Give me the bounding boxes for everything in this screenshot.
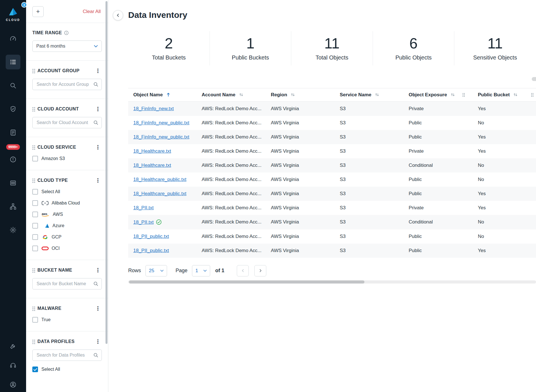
sort-both-icon[interactable] bbox=[291, 93, 295, 97]
kebab-menu-icon[interactable]: ⋮ bbox=[94, 178, 102, 183]
filter-header: + Clear All bbox=[26, 0, 108, 23]
checkbox[interactable] bbox=[32, 212, 38, 217]
sort-both-icon[interactable] bbox=[513, 93, 518, 97]
sidebar-item-dashboard[interactable] bbox=[6, 31, 20, 46]
add-filter-button[interactable]: + bbox=[32, 6, 44, 17]
checkbox[interactable] bbox=[32, 234, 38, 240]
checkbox[interactable] bbox=[32, 367, 38, 372]
sidebar-item-reports[interactable] bbox=[6, 125, 20, 140]
sort-both-icon[interactable] bbox=[375, 93, 379, 97]
drag-handle-icon[interactable] bbox=[32, 107, 33, 108]
filter-section-time-range: TIME RANGE Past 6 months bbox=[26, 23, 108, 61]
column-header-object-exposure[interactable]: Object Exposure bbox=[404, 88, 473, 101]
sidebar-item-search[interactable] bbox=[6, 78, 20, 93]
checkbox-label: OCI bbox=[52, 246, 60, 251]
drag-handle-icon[interactable] bbox=[32, 268, 33, 269]
sidebar-item-alerts[interactable] bbox=[6, 152, 20, 167]
account-group-search-input[interactable] bbox=[32, 79, 102, 90]
region-cell: AWS Virginia bbox=[266, 229, 335, 244]
data-profiles-search-input[interactable] bbox=[32, 350, 102, 361]
drag-handle-icon[interactable] bbox=[32, 340, 33, 341]
filter-section-account-group: ACCOUNT GROUP ⋮ bbox=[26, 61, 108, 99]
sort-asc-icon[interactable] bbox=[166, 92, 170, 97]
object-exposure-cell: Public bbox=[404, 187, 473, 201]
column-header-service-name[interactable]: Service Name bbox=[335, 88, 404, 101]
object-name-link[interactable]: 18_FinInfo_new_public.txt bbox=[133, 120, 189, 125]
filter-panel-scrollbar[interactable] bbox=[105, 1, 107, 344]
column-drag-icon[interactable] bbox=[462, 93, 465, 97]
sidebar-item-compliance[interactable] bbox=[6, 102, 20, 116]
drag-handle-icon[interactable] bbox=[32, 69, 33, 70]
column-header-object-name[interactable]: Object Name bbox=[128, 88, 197, 101]
sidebar-item-assets[interactable] bbox=[6, 176, 20, 190]
column-header-region[interactable]: Region bbox=[266, 88, 335, 101]
object-name-link[interactable]: 18_PII.txt bbox=[133, 205, 154, 210]
brand-logo[interactable]: CLOUD bbox=[6, 7, 20, 22]
sidebar-item-inventory[interactable] bbox=[6, 55, 20, 69]
checkbox[interactable] bbox=[32, 200, 38, 206]
drag-handle-icon[interactable] bbox=[32, 178, 33, 180]
object-name-link[interactable]: 18_FinInfo_new.txt bbox=[133, 106, 174, 111]
kebab-menu-icon[interactable]: ⋮ bbox=[94, 267, 102, 273]
checkbox[interactable] bbox=[32, 223, 38, 229]
cloud-account-title: CLOUD ACCOUNT bbox=[37, 106, 79, 112]
sidebar-item-tools[interactable] bbox=[6, 339, 20, 353]
object-exposure-cell: Private bbox=[404, 201, 473, 215]
object-name-link[interactable]: 18_PII_public.txt bbox=[133, 248, 169, 253]
column-drag-icon[interactable] bbox=[531, 93, 534, 97]
drag-handle-icon[interactable] bbox=[32, 306, 33, 308]
rows-per-page-select[interactable]: 25 bbox=[145, 265, 167, 276]
drag-handle-icon[interactable] bbox=[32, 145, 33, 146]
kebab-menu-icon[interactable]: ⋮ bbox=[94, 68, 102, 74]
checkbox[interactable] bbox=[32, 189, 38, 195]
data-profiles-title: DATA PROFILES bbox=[37, 339, 75, 344]
page-select[interactable]: 1 bbox=[192, 265, 210, 276]
time-range-select[interactable]: Past 6 months bbox=[32, 41, 102, 52]
clear-all-button[interactable]: Clear All bbox=[83, 9, 101, 14]
sidebar-item-network[interactable] bbox=[6, 199, 20, 214]
horizontal-scrollbar-thumb[interactable] bbox=[129, 280, 364, 284]
sidebar-item-profile[interactable] bbox=[6, 377, 20, 392]
next-page-button[interactable] bbox=[254, 265, 266, 276]
sidebar-expand-dot[interactable] bbox=[21, 2, 27, 8]
service-name-cell: S3 bbox=[335, 158, 404, 172]
kebab-menu-icon[interactable]: ⋮ bbox=[94, 106, 102, 112]
checkbox[interactable] bbox=[32, 246, 38, 251]
object-name-link[interactable]: 18_Healthcare.txt bbox=[133, 163, 171, 168]
object-name-link[interactable]: 18_FinInfo_new_public.txt bbox=[133, 134, 189, 140]
public-bucket-cell: No bbox=[473, 172, 536, 187]
kebab-menu-icon[interactable]: ⋮ bbox=[94, 144, 102, 150]
column-header-account-name[interactable]: Account Name bbox=[197, 88, 266, 101]
checkbox[interactable] bbox=[32, 317, 38, 323]
prev-page-button[interactable] bbox=[237, 265, 249, 276]
kebab-menu-icon[interactable]: ⋮ bbox=[94, 339, 102, 344]
sort-both-icon[interactable] bbox=[239, 93, 243, 97]
logo-text: CLOUD bbox=[6, 18, 20, 22]
sidebar-item-settings[interactable] bbox=[6, 223, 20, 237]
object-name-link[interactable]: 18_Healthcare_public.txt bbox=[133, 191, 186, 196]
object-exposure-cell: Conditional bbox=[404, 158, 473, 172]
object-name-link[interactable]: 18_PII_public.txt bbox=[133, 234, 169, 239]
vertical-scrollbar-stub[interactable] bbox=[532, 77, 536, 81]
cloud-account-search-input[interactable] bbox=[32, 117, 102, 128]
table-row: 18_Healthcare_public.txtAWS: RedLock Dem… bbox=[128, 172, 536, 187]
bucket-name-search-input[interactable] bbox=[32, 278, 102, 289]
rows-label: Rows bbox=[128, 268, 141, 274]
horizontal-scrollbar[interactable] bbox=[128, 280, 536, 284]
checkbox[interactable] bbox=[32, 156, 38, 161]
object-name-link[interactable]: 18_PII.txt bbox=[133, 220, 154, 225]
search-icon bbox=[93, 82, 98, 87]
column-header-public-bucket[interactable]: Public Bucket bbox=[473, 88, 536, 101]
object-name-link[interactable]: 18_Healthcare.txt bbox=[133, 148, 171, 154]
collapse-filters-button[interactable] bbox=[113, 10, 123, 20]
search-icon bbox=[93, 353, 98, 358]
object-exposure-cell: Private bbox=[404, 144, 473, 158]
chevron-left-icon bbox=[241, 269, 244, 272]
headset-icon bbox=[9, 362, 17, 369]
kebab-menu-icon[interactable]: ⋮ bbox=[94, 306, 102, 311]
service-name-cell: S3 bbox=[335, 215, 404, 229]
object-name-link[interactable]: 18_Healthcare_public.txt bbox=[133, 177, 186, 182]
object-exposure-cell: Public bbox=[404, 116, 473, 130]
sidebar-item-support[interactable] bbox=[6, 358, 20, 373]
sort-both-icon[interactable] bbox=[451, 93, 455, 97]
